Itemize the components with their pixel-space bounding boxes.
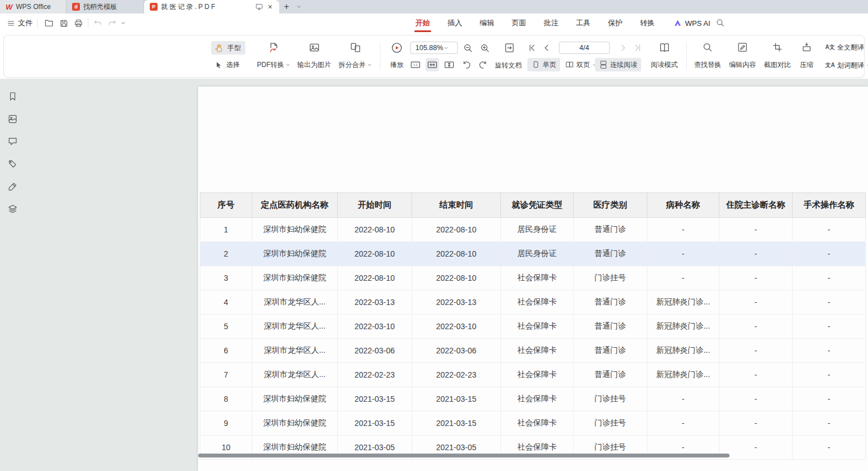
menu-tab-comment[interactable]: 批注 [544, 14, 558, 33]
table-cell: - [793, 339, 866, 363]
find-replace-button[interactable]: 查找替换 [692, 40, 723, 73]
zoom-combobox[interactable] [410, 42, 458, 54]
pdf-convert-button[interactable]: PDF转换 [254, 40, 293, 73]
rotate-left-button[interactable] [459, 58, 473, 71]
menu-tab-insert[interactable]: 插入 [448, 14, 462, 33]
play-button[interactable]: 播放 [384, 40, 409, 73]
split-merge-button[interactable]: 拆分合并 [334, 40, 377, 73]
menu-tab-protect[interactable]: 保护 [608, 14, 623, 33]
select-tool-label: 选择 [226, 60, 240, 70]
tab-document[interactable]: P 就医记录.PDF × [144, 0, 279, 14]
last-page-button[interactable] [631, 41, 645, 55]
reading-mode-button[interactable]: 阅读模式 [647, 40, 682, 73]
hand-tool-button[interactable]: 手型 [211, 41, 245, 55]
window-tab-bar: W WPS Office d 找稻壳模板 P 就医记录.PDF × + [0, 0, 868, 14]
more-commands-button[interactable] [118, 16, 128, 30]
comments-pane-button[interactable] [6, 135, 19, 147]
table-cell: - [647, 387, 719, 411]
menu-tab-edit[interactable]: 编辑 [480, 14, 494, 33]
select-tool-button[interactable]: 选择 [211, 58, 244, 71]
table-cell: - [793, 387, 866, 411]
split-merge-icon [350, 42, 361, 53]
table-cell: - [647, 218, 719, 242]
hamburger-icon [7, 19, 15, 28]
tags-pane-button[interactable] [6, 158, 19, 170]
single-page-button[interactable]: 单页 [527, 58, 560, 71]
edit-content-button[interactable]: 编辑内容 [727, 40, 758, 73]
pdf-file-icon: P [150, 3, 158, 11]
locate-page-button[interactable] [503, 41, 516, 55]
next-page-button[interactable] [616, 41, 630, 55]
continuous-reading-button[interactable]: 连续阅读 [595, 58, 641, 71]
zoom-in-button[interactable] [478, 41, 491, 55]
pdf-page[interactable]: 序号定点医药机构名称开始时间结束时间就诊凭证类型医疗类别病种名称住院主诊断名称手… [198, 87, 868, 471]
first-page-button[interactable] [525, 41, 539, 55]
tab-docer-templates[interactable]: d 找稻壳模板 [66, 0, 144, 14]
fit-width-icon [427, 59, 438, 70]
cursor-icon [214, 61, 223, 69]
table-cell: 深圳市龙华区人... [252, 339, 338, 363]
layers-pane-button[interactable] [6, 203, 19, 215]
undo-button[interactable] [90, 16, 105, 30]
menu-tab-page[interactable]: 页面 [512, 14, 526, 33]
word-translate-button[interactable]: 文A 划词翻译 [821, 59, 868, 72]
table-row: 8深圳市妇幼保健院2021-03-152021-03-15社会保障卡门诊挂号--… [200, 387, 866, 411]
table-cell: - [719, 266, 793, 290]
new-tab-button[interactable]: + [279, 0, 294, 14]
actual-size-button[interactable]: 1:1 [409, 58, 422, 71]
full-translate-button[interactable]: A文 全文翻译 [821, 41, 868, 54]
bookmarks-pane-button[interactable] [6, 90, 19, 102]
screenshot-compare-button[interactable]: 截图对比 [762, 40, 793, 73]
menu-tab-convert[interactable]: 转换 [640, 14, 655, 33]
wps-pdf-window: W WPS Office d 找稻壳模板 P 就医记录.PDF × + [0, 0, 868, 471]
zoom-out-button[interactable] [461, 41, 475, 55]
save-button[interactable] [56, 16, 71, 30]
menu-tab-home[interactable]: 开始 [415, 14, 430, 33]
column-header: 开始时间 [338, 193, 412, 218]
menu-search-button[interactable] [715, 18, 725, 30]
table-cell: 普通门诊 [574, 290, 647, 315]
open-file-button[interactable] [42, 16, 56, 30]
column-header: 就诊凭证类型 [501, 193, 574, 218]
fit-width-button[interactable] [426, 58, 439, 71]
double-page-label: 双页 [576, 60, 590, 70]
zoom-input[interactable] [411, 44, 444, 52]
horizontal-scrollbar[interactable] [198, 454, 730, 457]
tab-label: 找稻壳模板 [83, 2, 117, 12]
print-button[interactable] [71, 16, 86, 30]
tab-list-chevron-icon[interactable] [294, 0, 304, 14]
table-row: 3深圳市妇幼保健院2022-08-102022-08-10社会保障卡门诊挂号--… [200, 266, 866, 290]
column-header: 住院主诊断名称 [719, 193, 793, 218]
table-cell: 2022-03-13 [412, 290, 501, 315]
column-header: 手术操作名称 [793, 193, 866, 218]
table-cell: - [793, 315, 866, 339]
present-monitor-icon[interactable] [255, 3, 263, 11]
table-cell: 居民身份证 [501, 242, 574, 266]
layers-icon [7, 204, 18, 214]
wps-logo-icon: W [6, 3, 12, 11]
rotate-document-button[interactable]: 旋转文档 [495, 61, 522, 70]
thumbnails-pane-button[interactable] [6, 113, 19, 125]
find-replace-icon [702, 42, 713, 53]
menu-tab-tools[interactable]: 工具 [576, 14, 590, 33]
file-menu-button[interactable]: 文件 [7, 14, 33, 33]
close-tab-icon[interactable]: × [267, 2, 274, 11]
wps-ai-button[interactable]: WPS AI [673, 14, 710, 33]
compress-label: 压缩 [800, 60, 813, 70]
table-cell: 普通门诊 [574, 242, 647, 266]
redo-button[interactable] [105, 16, 119, 30]
signature-pane-button[interactable] [6, 180, 19, 192]
hand-icon [214, 43, 224, 53]
tab-wps-office[interactable]: W WPS Office [0, 0, 66, 14]
rotate-right-button[interactable] [476, 58, 490, 71]
page-number-input[interactable] [559, 42, 610, 54]
single-page-icon [531, 60, 540, 69]
table-cell: 1 [200, 218, 252, 242]
export-image-button[interactable]: 输出为图片 [294, 40, 334, 73]
fit-page-button[interactable] [442, 58, 456, 71]
table-cell: 居民身份证 [501, 218, 574, 242]
table-cell: - [719, 411, 793, 436]
previous-page-button[interactable] [540, 41, 553, 55]
table-cell: 深圳市妇幼保健院 [252, 218, 338, 242]
compress-button[interactable]: 压缩 [797, 40, 817, 73]
